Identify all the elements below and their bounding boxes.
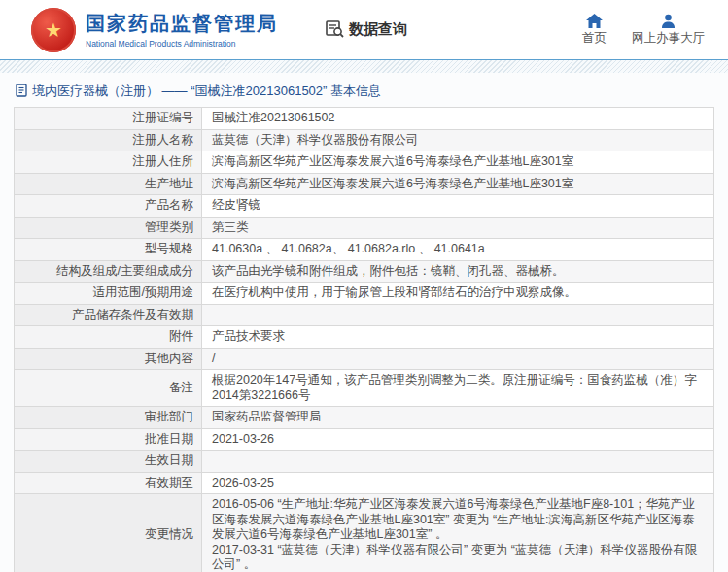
row-label: 结构及组成/主要组成成分 [56, 264, 193, 280]
row-label: 管理类别 [145, 220, 193, 236]
row-value-cell: 在医疗机构中使用，用于输尿管上段和肾部结石的治疗中观察成像。 [202, 283, 713, 304]
row-label-cell: 有效期至 [15, 473, 202, 494]
page-header: ★ 国家药品监督管理局 National Medical Products Ad… [0, 0, 728, 60]
row-value-cell: 国械注准20213061502 [202, 108, 713, 129]
row-value: 经皮肾镜 [212, 198, 260, 214]
row-label-cell: 附件 [15, 326, 202, 348]
row-label-cell: 管理类别 [15, 218, 202, 239]
row-label-cell: 生产地址 [15, 174, 202, 195]
row-value-cell: 第三类 [202, 218, 713, 239]
row-label-cell: 产品储存条件及有效期 [15, 305, 202, 326]
table-row: 注册人名称 蓝莫德（天津）科学仪器股份有限公司 [15, 130, 713, 152]
nav-service-hall-label: 网上办事大厅 [632, 30, 705, 47]
row-label-cell: 注册证编号 [15, 108, 202, 129]
table-row: 产品储存条件及有效期 [15, 305, 713, 327]
breadcrumb: 境内医疗器械（注册） —— “国械注准20213061502” 基本信息 [0, 73, 728, 107]
row-value: 蓝莫德（天津）科学仪器股份有限公司 [212, 133, 419, 149]
row-value-cell: 2021-03-26 [202, 429, 713, 451]
row-label-cell: 审批部门 [15, 407, 202, 428]
row-label-cell: 产品名称 [15, 195, 202, 217]
data-query-icon [325, 18, 345, 42]
row-label: 注册人住所 [133, 154, 194, 170]
row-value: 滨海高新区华苑产业区海泰发展六道6号海泰绿色产业基地L座301室 [212, 154, 573, 170]
row-value-cell: 滨海高新区华苑产业区海泰发展六道6号海泰绿色产业基地L座301室 [202, 151, 713, 173]
table-row: 其他内容 / [15, 349, 713, 371]
table-row: 结构及组成/主要组成成分 该产品由光学镜和附件组成，附件包括：镜鞘、闭孔器、器械… [15, 261, 713, 284]
table-row: 产品名称 经皮肾镜 [15, 195, 713, 218]
row-value-cell: / [202, 349, 713, 370]
national-emblem-icon: ★ [31, 8, 76, 52]
row-label-cell: 其他内容 [15, 349, 202, 370]
row-value-cell: 国家药品监督管理局 [202, 407, 713, 428]
row-value: 该产品由光学镜和附件组成，附件包括：镜鞘、闭孔器、器械桥。 [212, 264, 565, 280]
nav-home-label: 首页 [582, 30, 607, 47]
row-label: 生效日期 [145, 454, 193, 469]
row-label: 附件 [169, 329, 193, 345]
data-query-section[interactable]: 数据查询 [325, 18, 407, 42]
row-label: 产品储存条件及有效期 [72, 308, 193, 323]
row-value: 产品技术要求 [212, 329, 285, 345]
row-value: 第三类 [212, 220, 249, 236]
row-label-cell: 生效日期 [15, 451, 202, 472]
table-row: 批准日期 2021-03-26 [15, 429, 713, 452]
row-label: 注册人名称 [133, 133, 194, 149]
row-label-cell: 结构及组成/主要组成成分 [15, 261, 202, 283]
home-icon [586, 14, 603, 28]
row-value: 滨海高新区华苑产业区海泰发展六道6号海泰绿色产业基地L座301室 [212, 177, 573, 192]
org-name-en: National Medical Products Administration [86, 39, 278, 49]
row-label: 适用范围/预期用途 [93, 286, 193, 301]
row-label-cell: 适用范围/预期用途 [15, 283, 202, 304]
row-label: 审批部门 [145, 410, 193, 425]
row-label: 注册证编号 [133, 111, 194, 126]
row-value: 在医疗机构中使用，用于输尿管上段和肾部结石的治疗中观察成像。 [212, 286, 576, 301]
data-query-label: 数据查询 [349, 20, 407, 39]
row-label: 变更情况 [145, 527, 193, 543]
row-value-cell [202, 305, 713, 326]
row-value: 2021-03-26 [212, 432, 274, 448]
row-label-cell: 备注 [15, 370, 202, 406]
table-row: 审批部门 国家药品监督管理局 [15, 407, 713, 429]
hatched-divider [0, 60, 728, 73]
row-label: 其他内容 [145, 352, 193, 367]
row-value: 2016-05-06 “生产地址:华苑产业区海泰发展六道6号海泰绿色产业基地F座… [212, 497, 704, 572]
row-label: 有效期至 [145, 476, 193, 491]
row-value-cell: 经皮肾镜 [202, 195, 713, 217]
row-value-cell: 2016-05-06 “生产地址:华苑产业区海泰发展六道6号海泰绿色产业基地F座… [202, 494, 713, 572]
row-value: / [212, 352, 215, 367]
info-table: 注册证编号 国械注准20213061502 注册人名称 蓝莫德（天津）科学仪器股… [14, 107, 714, 572]
row-value-cell: 产品技术要求 [202, 326, 713, 348]
nav-home[interactable]: 首页 [582, 14, 607, 47]
row-value-cell: 2026-03-25 [202, 473, 713, 494]
table-row: 注册人住所 滨海高新区华苑产业区海泰发展六道6号海泰绿色产业基地L座301室 [15, 151, 713, 174]
person-icon [661, 14, 676, 28]
row-value: 国械注准20213061502 [212, 111, 334, 126]
table-row: 管理类别 第三类 [15, 218, 713, 240]
document-icon [16, 84, 27, 100]
table-row: 有效期至 2026-03-25 [15, 473, 713, 495]
row-value-cell: 蓝莫德（天津）科学仪器股份有限公司 [202, 130, 713, 151]
breadcrumb-text: 境内医疗器械（注册） —— “国械注准20213061502” 基本信息 [32, 83, 381, 100]
row-label: 批准日期 [145, 432, 193, 448]
row-value-cell [202, 451, 713, 472]
table-row: 附件 产品技术要求 [15, 326, 713, 349]
row-label-cell: 批准日期 [15, 429, 202, 451]
row-label-cell: 型号规格 [15, 239, 202, 260]
table-row: 生效日期 [15, 451, 713, 473]
row-label: 生产地址 [145, 177, 193, 192]
table-row: 变更情况 2016-05-06 “生产地址:华苑产业区海泰发展六道6号海泰绿色产… [15, 494, 713, 572]
row-label: 产品名称 [145, 198, 193, 214]
row-label: 备注 [169, 381, 193, 396]
table-row: 注册证编号 国械注准20213061502 [15, 108, 713, 130]
nmpa-logo: ★ 国家药品监督管理局 National Medical Products Ad… [31, 8, 278, 52]
row-value: 根据2020年147号通知，该产品管理类别调整为二类。原注册证编号：国食药监械（… [212, 373, 704, 403]
row-label-cell: 变更情况 [15, 494, 202, 572]
row-value: 2026-03-25 [212, 476, 274, 491]
row-label-cell: 注册人名称 [15, 130, 202, 151]
table-row: 备注 根据2020年147号通知，该产品管理类别调整为二类。原注册证编号：国食药… [15, 370, 713, 407]
row-value-cell: 该产品由光学镜和附件组成，附件包括：镜鞘、闭孔器、器械桥。 [202, 261, 713, 283]
row-label-cell: 注册人住所 [15, 151, 202, 173]
table-row: 适用范围/预期用途 在医疗机构中使用，用于输尿管上段和肾部结石的治疗中观察成像。 [15, 283, 713, 305]
row-value-cell: 41.0630a 、 41.0682a、 41.0682a.rlo 、 41.0… [202, 239, 713, 260]
row-value-cell: 滨海高新区华苑产业区海泰发展六道6号海泰绿色产业基地L座301室 [202, 174, 713, 195]
nav-service-hall[interactable]: 网上办事大厅 [632, 14, 705, 47]
